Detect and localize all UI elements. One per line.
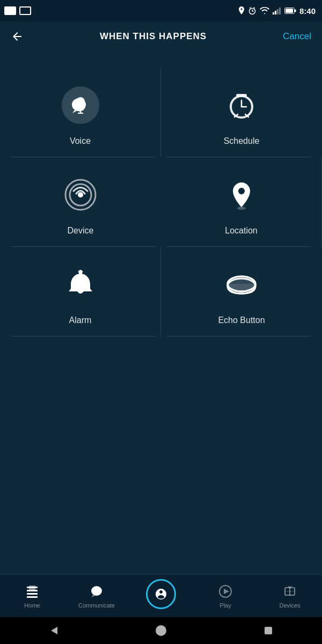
top-nav: WHEN THIS HAPPENS Cancel [0,21,322,52]
location-label: Location [225,226,258,236]
alarm-label: Alarm [69,316,92,325]
voice-label: Voice [70,136,91,146]
status-left [4,6,31,15]
android-back-button[interactable] [46,623,62,639]
svg-rect-37 [29,586,35,590]
echo-button-label: Echo Button [218,316,265,325]
svg-rect-21 [236,94,247,97]
svg-rect-46 [265,627,272,634]
svg-point-45 [156,626,166,635]
svg-line-6 [250,8,251,9]
device-option[interactable]: Device [0,157,161,246]
rect-icon [19,6,31,15]
svg-rect-35 [27,593,38,595]
svg-point-26 [78,192,83,197]
alarm-option[interactable]: Alarm [0,247,161,336]
svg-marker-40 [224,589,229,594]
page-title: WHEN THIS HAPPENS [100,31,207,42]
nav-home[interactable]: Home [0,583,64,609]
alarm-status-icon [248,6,257,15]
echo-button-option[interactable]: Echo Button [161,247,322,336]
back-button[interactable] [11,30,24,43]
home-nav-icon [24,583,40,599]
voice-icon [59,84,102,127]
svg-line-7 [253,8,255,9]
svg-rect-10 [277,9,279,14]
svg-rect-2 [9,8,12,9]
play-nav-label: Play [219,602,231,609]
alexa-button[interactable] [146,579,176,609]
main-content: Voice Schedule [0,52,322,574]
svg-rect-11 [279,8,281,14]
location-status-icon [238,6,245,15]
communicate-nav-label: Communicate [78,602,115,609]
android-recents-button[interactable] [260,623,276,639]
svg-marker-44 [51,627,57,634]
svg-point-38 [91,586,102,596]
cancel-button[interactable]: Cancel [283,31,311,42]
svg-rect-34 [27,590,38,591]
svg-rect-13 [286,9,293,13]
echo-button-icon [220,263,263,306]
nav-alexa[interactable] [129,581,193,611]
status-right: 8:40 [238,6,316,16]
schedule-label: Schedule [224,136,260,146]
device-label: Device [68,226,94,236]
nav-devices[interactable]: Devices [258,583,322,609]
svg-point-1 [9,10,12,13]
device-icon [59,173,102,216]
nav-play[interactable]: Play [193,583,258,609]
communicate-nav-icon [89,583,105,599]
devices-nav-label: Devices [279,602,300,609]
schedule-option[interactable]: Schedule [161,68,322,157]
status-bar: 8:40 [0,0,322,21]
bottom-nav: Home Communicate Play [0,574,322,617]
voice-option[interactable]: Voice [0,68,161,157]
alarm-icon [59,263,102,306]
play-nav-icon [217,583,233,599]
nav-communicate[interactable]: Communicate [64,583,129,609]
svg-point-27 [237,207,246,210]
home-nav-label: Home [24,602,40,609]
schedule-icon [220,84,263,127]
svg-rect-8 [273,12,274,14]
location-icon [220,173,263,216]
devices-nav-icon [282,583,298,599]
time-display: 8:40 [299,6,316,16]
svg-point-16 [72,98,86,111]
battery-icon [284,8,296,14]
location-option[interactable]: Location [161,157,322,246]
option-grid: Voice Schedule [0,68,322,336]
wifi-status-icon [260,7,269,14]
android-nav-bar [0,617,322,644]
photo-icon [4,6,16,15]
svg-rect-14 [295,10,296,12]
row-divider-3 [0,336,322,336]
svg-rect-9 [275,11,276,14]
signal-icon [273,7,281,14]
android-home-button[interactable] [153,623,169,639]
svg-rect-36 [27,596,38,598]
